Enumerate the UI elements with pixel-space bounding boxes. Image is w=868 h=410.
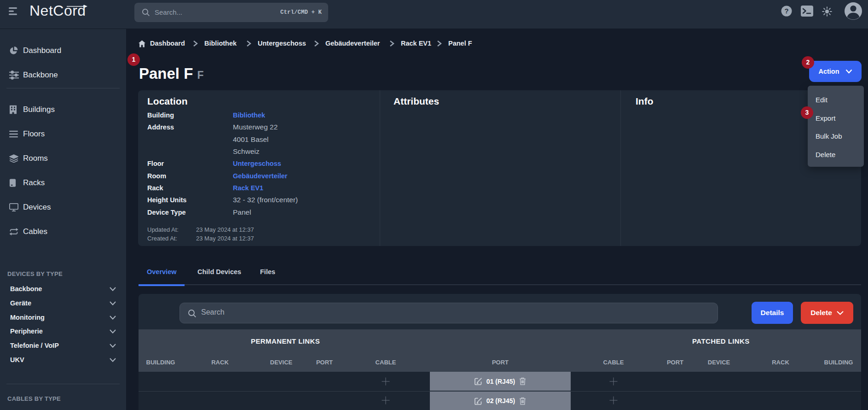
svg-text:?: ? xyxy=(784,7,788,15)
